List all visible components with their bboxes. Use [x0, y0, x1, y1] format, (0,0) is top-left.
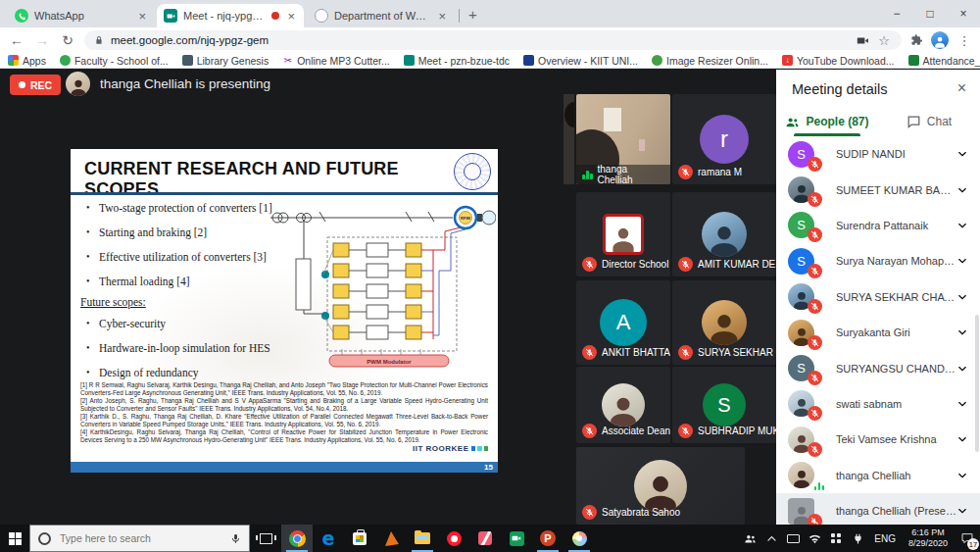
participant-row[interactable]: S SUDIP NANDI	[776, 136, 980, 172]
video-tile-ramana[interactable]: r ramana M	[672, 94, 776, 184]
chevron-down-icon[interactable]	[956, 220, 968, 231]
tab-dept-water[interactable]: Department of Water Resource D ×	[308, 4, 455, 27]
bookmark-libgen[interactable]: Library Genesis	[182, 55, 270, 67]
tab-close-icon[interactable]: ×	[285, 10, 297, 23]
pink-app-taskbar-button[interactable]	[469, 525, 501, 552]
chevron-down-icon[interactable]	[956, 433, 968, 445]
panel-close-icon[interactable]: ×	[957, 79, 966, 97]
video-tile-director[interactable]: Director School of...	[576, 192, 670, 276]
participant-row[interactable]: thanga Chelliah	[776, 458, 980, 493]
tray-device-icon[interactable]	[782, 525, 804, 552]
chevron-up-icon[interactable]	[760, 525, 782, 552]
matlab-taskbar-button[interactable]	[375, 525, 407, 552]
url-text[interactable]: meet.google.com/njq-ypgz-gem	[111, 34, 850, 46]
video-tile-assoc-dean[interactable]: Associate Dean	[576, 367, 670, 443]
participant-row[interactable]: S SURYANGSU CHANDRA	[776, 350, 980, 385]
omnibox[interactable]: meet.google.com/njq-ypgz-gem ☆	[84, 30, 902, 50]
language-indicator[interactable]: ENG	[868, 533, 902, 544]
participant-row[interactable]: swati sabnam	[776, 386, 980, 422]
participant-row-presentation[interactable]: thanga Chelliah (Presen...	[776, 493, 980, 525]
tray-grid-icon[interactable]	[825, 525, 847, 552]
iit-roorkee-seal	[454, 153, 491, 190]
chevron-down-icon[interactable]	[956, 505, 968, 517]
wifi-icon[interactable]	[804, 525, 825, 552]
store-taskbar-button[interactable]	[344, 525, 375, 552]
video-tile-surya-sekhar[interactable]: SURYA SEKHAR C...	[672, 280, 776, 365]
chrome-taskbar-button[interactable]	[281, 525, 313, 552]
file-explorer-taskbar-button[interactable]	[407, 525, 438, 552]
video-tile-satyabrata[interactable]: Satyabrata Sahoo	[576, 447, 745, 525]
close-window-button[interactable]: ×	[947, 0, 980, 27]
meet-taskbar-button[interactable]	[501, 525, 532, 552]
paint3d-taskbar-button[interactable]	[564, 525, 595, 552]
plug-icon[interactable]	[847, 525, 868, 552]
participant-list[interactable]: S SUDIP NANDI SUMEET KUMAR BAHI... S Sur…	[776, 136, 980, 525]
powerpoint-taskbar-button[interactable]: P	[532, 525, 564, 552]
tab-close-icon[interactable]: ×	[436, 10, 448, 23]
mic-icon[interactable]	[230, 533, 241, 544]
bookmark-youtube-dl[interactable]: ↓YouTube Download...	[782, 55, 895, 67]
bookmark-image-resizer[interactable]: Image Resizer Onlin...	[652, 55, 768, 67]
taskbar-search-box[interactable]	[29, 525, 250, 552]
opera-icon	[447, 531, 462, 546]
participant-row[interactable]: S Surya Narayan Mohapat...	[776, 243, 980, 278]
start-button[interactable]	[0, 525, 29, 552]
bookmark-meet[interactable]: Meet - pzn-bzue-tdc	[404, 55, 510, 67]
extensions-icon[interactable]	[909, 33, 923, 47]
chevron-down-icon[interactable]	[956, 470, 968, 481]
profile-avatar[interactable]	[931, 31, 949, 49]
participant-row[interactable]: Teki Vamsee Krishna	[776, 422, 980, 457]
tab-meet[interactable]: Meet - njq-ypgz-gem ×	[157, 4, 304, 27]
reload-button[interactable]: ↻	[59, 32, 76, 48]
tab-people[interactable]: People (87)	[776, 109, 878, 134]
opera-taskbar-button[interactable]	[438, 525, 469, 552]
chevron-down-icon[interactable]	[956, 291, 968, 303]
bookmark-mp3cutter[interactable]: ✂Online MP3 Cutter...	[282, 55, 390, 67]
chevron-down-icon[interactable]	[956, 184, 968, 196]
participant-row[interactable]: Suryakanta Giri	[776, 315, 980, 350]
notification-center-button[interactable]: 17	[955, 525, 980, 552]
forward-button[interactable]: →	[33, 32, 51, 48]
brand-square	[471, 446, 476, 451]
chevron-down-icon[interactable]	[956, 363, 968, 375]
participant-row[interactable]: SUMEET KUMAR BAHI...	[776, 172, 980, 207]
people-tray-icon[interactable]	[739, 525, 760, 552]
bookmark-attendance-eee[interactable]: Attendance_EEE_RE...	[908, 55, 980, 67]
chevron-down-icon[interactable]	[956, 398, 968, 410]
meeting-details-panel: Meeting details × People (87) Chat S SUD…	[776, 70, 980, 525]
video-tile-subhradip[interactable]: S SUBHRADIP MUK...	[672, 367, 776, 443]
back-button[interactable]: ←	[8, 32, 25, 48]
video-tile-thanga[interactable]: thanga Chelliah	[576, 94, 670, 184]
participant-row[interactable]: S Surendra Pattanaik	[776, 208, 980, 243]
new-tab-button[interactable]: +	[468, 6, 477, 23]
task-view-button[interactable]	[250, 525, 281, 552]
scrollbar[interactable]	[975, 315, 979, 452]
camera-indicator-icon[interactable]	[857, 34, 869, 47]
bookmark-apps[interactable]: Apps	[8, 55, 46, 67]
browser-menu-icon[interactable]: ⋮	[956, 33, 972, 48]
bookmark-faculty[interactable]: Faculty - School of...	[60, 55, 169, 67]
search-input[interactable]	[58, 531, 223, 545]
chevron-down-icon[interactable]	[956, 326, 968, 338]
slide-references: [1] R R Semwal, Raghu Selvaraj, Karthik …	[80, 381, 488, 444]
minimize-button[interactable]: −	[880, 0, 913, 27]
speaking-indicator-icon	[814, 480, 825, 490]
tab-chat[interactable]: Chat	[878, 109, 980, 134]
chevron-down-icon[interactable]	[956, 255, 968, 267]
panel-tabs: People (87) Chat	[776, 109, 980, 134]
maximize-button[interactable]: □	[913, 0, 947, 27]
presentation-slide[interactable]: CURRENT RESEARCH AND FUTURE SCOPES Two-s…	[71, 149, 498, 473]
avatar	[603, 214, 644, 255]
tab-close-icon[interactable]: ×	[136, 10, 148, 23]
tab-whatsapp[interactable]: WhatsApp ×	[8, 4, 155, 27]
avatar: S	[703, 383, 746, 427]
video-tile-ankit[interactable]: A ANKIT BHATTAC...	[576, 280, 670, 365]
edge-taskbar-button[interactable]: e	[313, 525, 344, 552]
bookmark-star-icon[interactable]: ☆	[876, 33, 892, 48]
participant-row[interactable]: SURYA SEKHAR CHATT...	[776, 279, 980, 315]
presenting-status-text: thanga Chelliah is presenting	[100, 76, 270, 91]
clock[interactable]: 6:16 PM 8/29/2020	[902, 527, 955, 550]
chevron-down-icon[interactable]	[956, 148, 968, 160]
bookmark-kiit[interactable]: Overview - KIIT UNI...	[523, 55, 638, 67]
video-tile-amit[interactable]: AMIT KUMAR DE...	[672, 192, 776, 276]
